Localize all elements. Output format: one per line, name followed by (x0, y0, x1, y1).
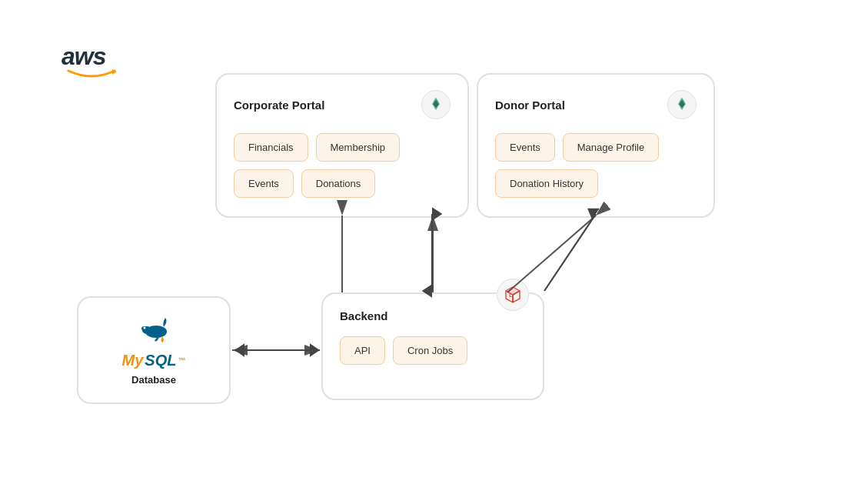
pill-membership: Membership (316, 133, 401, 162)
mysql-box: My SQL ™ Database (77, 296, 231, 404)
vuejs-logo-donor (673, 96, 690, 113)
aws-text: aws (62, 42, 105, 70)
corporate-portal-header: Corporate Portal (234, 90, 451, 119)
pill-events-corp: Events (234, 169, 294, 198)
mysql-logo-text-row: My SQL ™ (122, 352, 186, 369)
pill-manage-profile: Manage Profile (563, 133, 659, 162)
laravel-logo: L (504, 286, 522, 304)
corporate-portal-box: Corporate Portal Financials Membership E… (215, 73, 469, 218)
backend-header: Backend (340, 309, 526, 322)
aws-logo: aws (62, 42, 118, 78)
mysql-db-label: Database (131, 374, 176, 386)
corporate-portal-pills: Financials Membership Events Donations (234, 133, 451, 198)
laravel-icon: L (497, 279, 529, 311)
backend-pills: API Cron Jobs (340, 336, 526, 365)
pill-donations: Donations (301, 169, 376, 198)
mysql-dolphin-svg (135, 315, 173, 346)
mysql-dolphin-icon (135, 315, 173, 350)
svg-text:L: L (509, 292, 513, 299)
diagram-container: aws Corporate Portal Financials Membersh… (0, 0, 868, 481)
backend-title: Backend (340, 309, 388, 322)
vue-icon-donor (667, 90, 697, 119)
donor-portal-pills: Events Manage Profile Donation History (495, 133, 697, 198)
pill-financials: Financials (234, 133, 308, 162)
pill-cron-jobs: Cron Jobs (393, 336, 467, 365)
arrow-to-donor (544, 214, 596, 291)
donor-portal-title: Donor Portal (495, 99, 565, 112)
svg-point-13 (144, 327, 146, 329)
pill-donation-history: Donation History (495, 169, 598, 198)
pill-events-donor: Events (495, 133, 555, 162)
arrows-overlay (0, 0, 868, 481)
donor-portal-header: Donor Portal (495, 90, 697, 119)
corporate-portal-title: Corporate Portal (234, 99, 324, 112)
vuejs-logo (427, 96, 444, 113)
pill-api: API (340, 336, 385, 365)
backend-box: L Backend API Cron Jobs (321, 292, 544, 400)
arrows-svg (0, 0, 868, 481)
mysql-logo-text2: SQL (145, 352, 176, 369)
mysql-trademark: ™ (178, 356, 185, 365)
mysql-logo-text: My (122, 352, 144, 369)
vue-icon-corporate (421, 90, 451, 119)
donor-portal-box: Donor Portal Events Manage Profile Donat… (477, 73, 715, 218)
